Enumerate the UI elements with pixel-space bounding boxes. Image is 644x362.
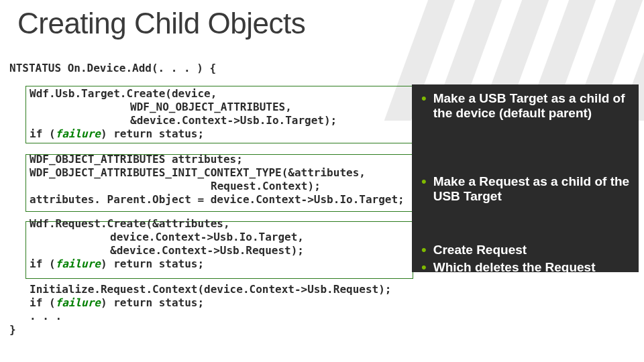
slide-title: Creating Child Objects <box>17 7 305 40</box>
code-block: NTSTATUS On.Device.Add(. . . ) { Wdf.Usb… <box>9 62 405 337</box>
code-line: Initialize.Request.Context(device.Contex… <box>9 283 405 296</box>
bullet-item-2: • Make a Request as a child of the USB T… <box>421 174 633 204</box>
code-line: &device.Context->Usb.Io.Target); <box>9 114 405 127</box>
code-line: if (failure) return status; <box>9 296 405 310</box>
bullet-text: Which deletes the Request <box>433 260 633 275</box>
code-line: Request.Context); <box>9 180 405 193</box>
bullet-dot-icon: • <box>421 174 427 204</box>
bullet-text: Make a USB Target as a child of the devi… <box>433 91 633 121</box>
bullet-dot-icon: • <box>421 260 427 275</box>
bullet-item-1: • Make a USB Target as a child of the de… <box>421 91 633 121</box>
bullet-item-4: • Which deletes the Request <box>421 260 633 275</box>
code-signature: NTSTATUS On.Device.Add(. . . ) { <box>9 62 405 75</box>
code-line: device.Context->Usb.Io.Target, <box>9 231 405 244</box>
bullet-item-3: • Create Request <box>421 243 633 257</box>
code-line: if (failure) return status; <box>9 127 405 141</box>
code-line: &device.Context->Usb.Request); <box>9 244 405 257</box>
code-line: WDF_OBJECT_ATTRIBUTES attributes; <box>9 153 405 166</box>
code-line: attributes. Parent.Object = device.Conte… <box>9 193 405 206</box>
bullet-text: Make a Request as a child of the USB Tar… <box>433 174 633 204</box>
bullet-text: Create Request <box>433 243 633 257</box>
code-close: } <box>9 323 405 337</box>
bullet-dot-icon: • <box>421 243 427 257</box>
code-line: WDF_OBJECT_ATTRIBUTES_INIT_CONTEXT_TYPE(… <box>9 166 405 180</box>
code-line: Wdf.Usb.Target.Create(device, <box>9 87 405 101</box>
code-line: WDF_NO_OBJECT_ATTRIBUTES, <box>9 101 405 114</box>
bullet-dot-icon: • <box>421 91 427 121</box>
code-line: . . . <box>9 310 405 323</box>
code-line: if (failure) return status; <box>9 257 405 271</box>
bullet-panel: • Make a USB Target as a child of the de… <box>412 84 639 272</box>
code-line: Wdf.Request.Create(&attributes, <box>9 217 405 231</box>
